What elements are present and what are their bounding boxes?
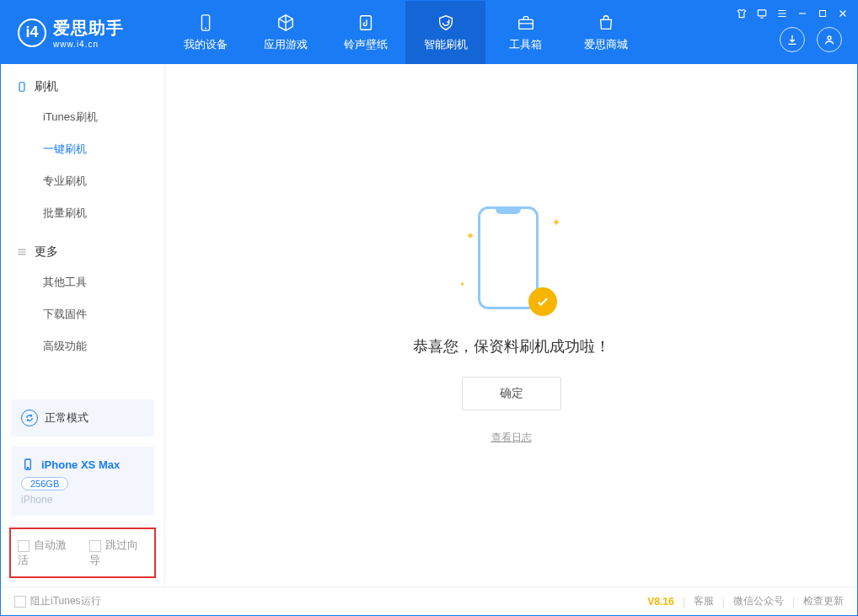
user-button[interactable] — [817, 27, 842, 52]
sparkle-icon: ✦ — [466, 230, 475, 242]
ok-button[interactable]: 确定 — [462, 377, 561, 410]
download-button[interactable] — [780, 27, 805, 52]
device-type: iPhone — [21, 494, 144, 506]
phone-outline-icon — [478, 206, 539, 309]
mode-card[interactable]: 正常模式 — [11, 399, 154, 437]
svg-rect-1 — [820, 11, 826, 17]
sidebar-item-itunes-flash[interactable]: iTunes刷机 — [1, 101, 164, 133]
options-row: 自动激活 跳过向导 — [9, 528, 156, 578]
group-title: 刷机 — [35, 79, 58, 94]
main-panel: ✦ ✦ • 恭喜您，保资料刷机成功啦！ 确定 查看日志 — [165, 64, 857, 587]
header: i4 爱思助手 www.i4.cn 我的设备 应用游戏 铃声壁纸 智能刷机 — [1, 1, 857, 64]
nav-rings-wallpaper[interactable]: 铃声壁纸 — [325, 1, 405, 64]
mode-label: 正常模式 — [45, 410, 88, 426]
footer: 阻止iTunes运行 V8.16 | 客服 | 微信公众号 | 检查更新 — [1, 587, 857, 615]
nav-label: 铃声壁纸 — [344, 37, 388, 52]
shirt-icon[interactable] — [736, 8, 748, 19]
nav-apps-games[interactable]: 应用游戏 — [245, 1, 325, 64]
block-itunes-checkbox[interactable]: 阻止iTunes运行 — [14, 594, 101, 608]
menu-icon[interactable] — [776, 8, 788, 19]
sidebar-item-batch-flash[interactable]: 批量刷机 — [1, 197, 164, 229]
list-icon — [16, 246, 28, 258]
nav-my-device[interactable]: 我的设备 — [165, 1, 245, 64]
app-name: 爱思助手 — [53, 17, 124, 40]
device-name: iPhone XS Max — [41, 458, 120, 471]
opt-auto-activate[interactable]: 自动激活 — [18, 538, 76, 568]
logo-icon: i4 — [18, 19, 46, 47]
sidebar-item-pro-flash[interactable]: 专业刷机 — [1, 165, 164, 197]
cube-icon — [276, 13, 295, 32]
sidebar-item-advanced[interactable]: 高级功能 — [1, 330, 164, 362]
close-icon[interactable] — [837, 8, 849, 19]
sidebar-items-more: 其他工具 下载固件 高级功能 — [1, 266, 164, 362]
device-head: iPhone XS Max — [21, 457, 144, 472]
view-log-link[interactable]: 查看日志 — [491, 431, 532, 445]
nav-store[interactable]: 爱思商城 — [566, 1, 646, 64]
sidebar-group-flash: 刷机 — [1, 64, 164, 101]
phone-icon — [21, 457, 35, 472]
nav-label: 工具箱 — [509, 37, 542, 52]
svg-rect-5 — [518, 19, 533, 29]
group-title: 更多 — [35, 244, 58, 260]
support-link[interactable]: 客服 — [694, 594, 714, 608]
refresh-shield-icon — [437, 13, 455, 32]
maximize-icon[interactable] — [817, 8, 829, 19]
toolbox-icon — [517, 13, 535, 32]
sidebar-item-download-firmware[interactable]: 下载固件 — [1, 298, 164, 330]
sparkle-icon: • — [461, 279, 464, 291]
svg-rect-7 — [19, 83, 24, 92]
sparkle-icon: ✦ — [552, 217, 560, 228]
block-itunes-label: 阻止iTunes运行 — [30, 595, 101, 607]
sidebar-item-other-tools[interactable]: 其他工具 — [1, 266, 164, 298]
nav-label: 我的设备 — [184, 37, 228, 52]
main-nav: 我的设备 应用游戏 铃声壁纸 智能刷机 工具箱 爱思商城 — [165, 1, 646, 64]
app-site: www.i4.cn — [53, 40, 124, 49]
window-controls — [736, 8, 849, 19]
feedback-icon[interactable] — [756, 8, 768, 19]
music-icon — [357, 13, 375, 32]
check-update-link[interactable]: 检查更新 — [803, 594, 844, 608]
wechat-link[interactable]: 微信公众号 — [733, 594, 784, 608]
svg-rect-4 — [360, 15, 371, 29]
sidebar-group-more: 更多 — [1, 229, 164, 266]
svg-point-3 — [205, 27, 206, 29]
checkbox-icon[interactable] — [89, 540, 101, 552]
opt-skip-guide[interactable]: 跳过向导 — [89, 538, 147, 568]
bag-icon — [597, 13, 615, 32]
device-icon — [196, 13, 215, 32]
sidebar: 刷机 iTunes刷机 一键刷机 专业刷机 批量刷机 更多 其他工具 下载固件 … — [1, 64, 165, 587]
app-window: { "app": { "name": "爱思助手", "site": "www.… — [0, 0, 858, 616]
logo[interactable]: i4 爱思助手 www.i4.cn — [1, 17, 165, 49]
nav-toolbox[interactable]: 工具箱 — [485, 1, 566, 64]
logo-text: 爱思助手 www.i4.cn — [53, 17, 124, 49]
success-illustration: ✦ ✦ • — [461, 206, 562, 316]
success-message: 恭喜您，保资料刷机成功啦！ — [413, 336, 610, 356]
svg-point-9 — [27, 467, 28, 468]
phone-outline-icon — [16, 81, 28, 93]
body: 刷机 iTunes刷机 一键刷机 专业刷机 批量刷机 更多 其他工具 下载固件 … — [1, 64, 857, 587]
device-capacity: 256GB — [21, 477, 68, 490]
device-card[interactable]: iPhone XS Max 256GB iPhone — [11, 447, 154, 516]
version-label: V8.16 — [647, 596, 673, 608]
sidebar-items-flash: iTunes刷机 一键刷机 专业刷机 批量刷机 — [1, 101, 164, 229]
checkbox-icon[interactable] — [14, 596, 26, 608]
nav-label: 爱思商城 — [584, 37, 628, 52]
footer-right: V8.16 | 客服 | 微信公众号 | 检查更新 — [647, 594, 844, 608]
check-badge-icon — [528, 287, 557, 316]
nav-label: 应用游戏 — [264, 37, 308, 52]
sidebar-item-oneclick-flash[interactable]: 一键刷机 — [1, 133, 164, 165]
mode-icon — [21, 410, 38, 426]
checkbox-icon[interactable] — [18, 540, 29, 552]
svg-point-6 — [828, 36, 831, 40]
nav-label: 智能刷机 — [424, 37, 468, 52]
minimize-icon[interactable] — [796, 8, 808, 19]
svg-rect-0 — [758, 10, 765, 16]
nav-smart-flash[interactable]: 智能刷机 — [405, 1, 485, 64]
